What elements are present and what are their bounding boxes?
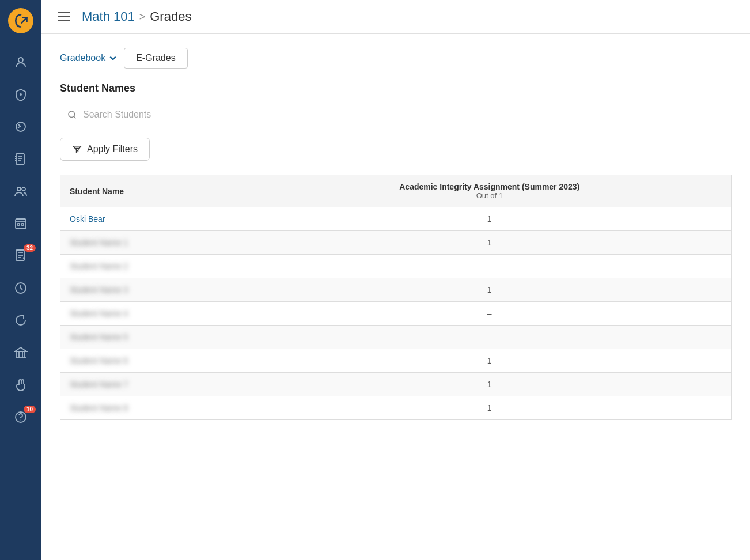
score-cell: 1 <box>248 278 732 302</box>
hand-icon <box>14 378 28 392</box>
student-name-blurred: Student Name 3 <box>70 285 128 294</box>
svg-point-10 <box>17 187 21 191</box>
page-content: Gradebook E-Grades Student Names <box>41 34 750 560</box>
score-cell: 1 <box>248 231 732 255</box>
table-row: Student Name 31 <box>60 278 732 302</box>
svg-rect-17 <box>22 224 24 225</box>
app-logo[interactable] <box>0 0 41 41</box>
breadcrumb-course[interactable]: Math 101 <box>82 9 135 24</box>
score-cell: 1 <box>248 349 732 373</box>
svg-point-25 <box>69 111 75 118</box>
score-cell: – <box>248 255 732 278</box>
notebook-icon <box>14 152 28 166</box>
svg-rect-12 <box>16 219 26 229</box>
hamburger-menu-button[interactable] <box>55 10 73 24</box>
table-row: Oski Bear1 <box>60 207 732 231</box>
bank-icon <box>14 346 28 360</box>
clock-icon <box>14 281 28 295</box>
grades-table: Student Name Academic Integrity Assignme… <box>60 175 732 420</box>
search-icon <box>67 109 77 120</box>
svg-point-24 <box>21 420 21 421</box>
student-name-blurred: Student Name 2 <box>70 262 128 271</box>
student-name-cell: Student Name 7 <box>60 373 248 396</box>
svg-point-0 <box>18 58 23 62</box>
sidebar-navigation: 32 <box>0 41 41 560</box>
logo-icon <box>8 8 33 33</box>
tab-egrades[interactable]: E-Grades <box>124 48 187 69</box>
table-row: Student Name 2– <box>60 255 732 278</box>
breadcrumb: Math 101 > Grades <box>82 9 191 24</box>
search-input[interactable] <box>83 109 725 120</box>
gradebook-tab-label: Gradebook <box>60 53 105 63</box>
student-name-blurred: Student Name 7 <box>70 380 128 389</box>
sidebar-item-assignments[interactable]: 32 <box>0 240 41 272</box>
section-title: Student Names <box>60 82 732 94</box>
assignment-title: Academic Integrity Assignment (Summer 20… <box>399 182 579 191</box>
dashboard-icon <box>14 120 28 134</box>
sidebar-item-notebook[interactable] <box>0 143 41 175</box>
student-name-cell: Student Name 5 <box>60 326 248 349</box>
score-cell: – <box>248 326 732 349</box>
score-cell: – <box>248 302 732 326</box>
svg-rect-3 <box>16 154 24 164</box>
refresh-icon <box>14 313 28 327</box>
egrades-tab-label: E-Grades <box>136 53 175 63</box>
table-row: Student Name 71 <box>60 373 732 396</box>
sidebar: 32 <box>0 0 41 560</box>
help-badge: 10 <box>24 406 36 413</box>
score-cell: 1 <box>248 207 732 231</box>
col-student-name: Student Name <box>60 175 248 207</box>
student-name-blurred: Student Name 6 <box>70 356 128 365</box>
sidebar-item-refresh[interactable] <box>0 304 41 336</box>
chevron-down-icon <box>109 54 117 62</box>
sidebar-item-calendar[interactable] <box>0 207 41 240</box>
main-content: Math 101 > Grades Gradebook E-Grades Stu… <box>41 0 750 560</box>
tabs-bar: Gradebook E-Grades <box>60 48 732 69</box>
student-name-cell: Student Name 3 <box>60 278 248 302</box>
table-body: Oski Bear1Student Name 11Student Name 2–… <box>60 207 732 420</box>
header: Math 101 > Grades <box>41 0 750 34</box>
table-row: Student Name 61 <box>60 349 732 373</box>
calendar-icon <box>14 217 28 230</box>
apply-filters-button[interactable]: Apply Filters <box>60 138 150 161</box>
svg-point-1 <box>20 93 22 96</box>
breadcrumb-separator: > <box>139 11 146 23</box>
student-name-blurred: Student Name 1 <box>70 238 128 247</box>
assignments-badge: 32 <box>24 244 36 252</box>
filter-icon <box>72 144 82 154</box>
people-icon <box>14 184 28 198</box>
shield-icon <box>14 88 28 101</box>
svg-point-11 <box>22 187 25 191</box>
sidebar-item-clock[interactable] <box>0 272 41 304</box>
breadcrumb-current-page: Grades <box>150 9 191 24</box>
table-row: Student Name 11 <box>60 231 732 255</box>
sidebar-item-people[interactable] <box>0 175 41 207</box>
sidebar-item-hand[interactable] <box>0 369 41 401</box>
search-bar <box>60 104 732 126</box>
tab-gradebook[interactable]: Gradebook <box>60 53 117 63</box>
student-name-cell: Student Name 4 <box>60 302 248 326</box>
student-name-blurred: Student Name 8 <box>70 403 128 413</box>
student-name-link[interactable]: Oski Bear <box>70 214 105 224</box>
sidebar-item-avatar[interactable] <box>0 46 41 78</box>
student-name-cell: Student Name 1 <box>60 231 248 255</box>
score-cell: 1 <box>248 396 732 420</box>
sidebar-item-help[interactable]: 10 <box>0 401 41 433</box>
student-name-blurred: Student Name 4 <box>70 309 128 318</box>
sidebar-item-dashboard[interactable] <box>0 111 41 143</box>
assignment-subtitle: Out of 1 <box>476 191 503 200</box>
student-name-cell: Student Name 2 <box>60 255 248 278</box>
svg-rect-16 <box>18 224 20 225</box>
score-cell: 1 <box>248 373 732 396</box>
table-row: Student Name 81 <box>60 396 732 420</box>
student-name-blurred: Student Name 5 <box>70 332 128 342</box>
apply-filters-label: Apply Filters <box>87 144 138 154</box>
col-assignment: Academic Integrity Assignment (Summer 20… <box>248 175 732 207</box>
person-icon <box>14 55 28 69</box>
student-name-cell[interactable]: Oski Bear <box>60 207 248 231</box>
table-header-row: Student Name Academic Integrity Assignme… <box>60 175 732 207</box>
student-name-cell: Student Name 8 <box>60 396 248 420</box>
sidebar-item-shield[interactable] <box>0 78 41 111</box>
table-row: Student Name 5– <box>60 326 732 349</box>
sidebar-item-bank[interactable] <box>0 336 41 369</box>
